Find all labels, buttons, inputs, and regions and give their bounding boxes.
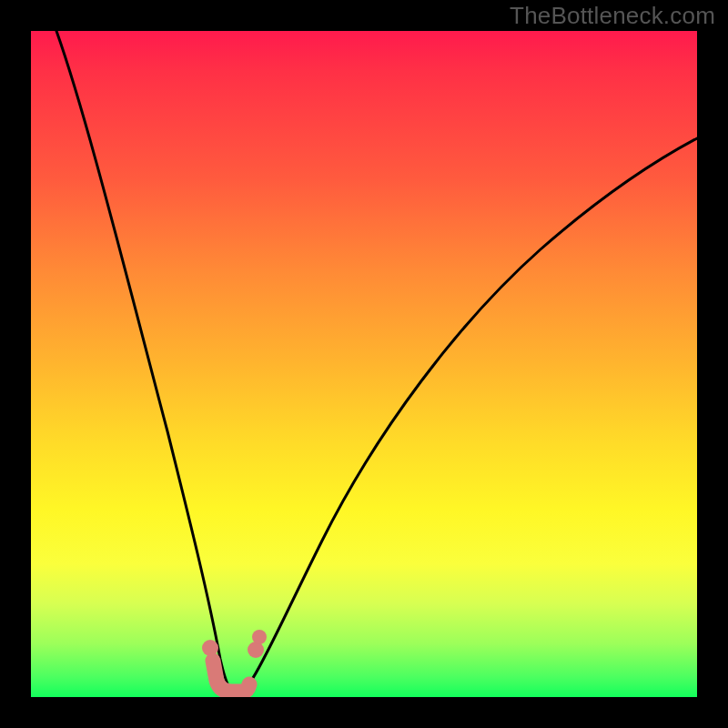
chart-container: TheBottleneck.com (0, 0, 728, 728)
bottleneck-curve (56, 31, 697, 692)
svg-point-2 (252, 630, 267, 644)
watermark-text: TheBottleneck.com (510, 2, 715, 30)
svg-point-1 (248, 642, 264, 658)
plot-area (31, 31, 697, 697)
plot-svg (31, 31, 697, 697)
marker-cluster (202, 630, 267, 692)
